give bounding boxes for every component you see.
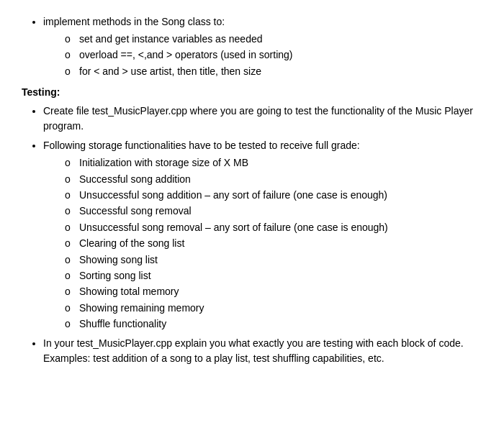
storage-sub-3: Successful song removal — [65, 203, 482, 219]
storage-sub-list: Initialization with storage size of X MB… — [43, 155, 482, 332]
bullet-create-file-text: Create file test_MusicPlayer.cpp where y… — [43, 104, 482, 134]
testing-heading: Testing: — [22, 86, 482, 98]
storage-sub-2: Unsuccessful song addition – any sort of… — [65, 187, 482, 203]
top-bullet-item: implement methods in the Song class to: … — [43, 14, 482, 79]
storage-sub-9: Showing remaining memory — [65, 300, 482, 316]
bullet-storage-text: Following storage functionalities have t… — [43, 138, 482, 153]
storage-sub-8: Showing total memory — [65, 283, 482, 299]
storage-sub-1: Successful song addition — [65, 171, 482, 187]
top-bullet-text: implement methods in the Song class to: — [43, 16, 225, 27]
storage-sub-0: Initialization with storage size of X MB — [65, 155, 482, 170]
storage-sub-5: Clearing of the song list — [65, 235, 482, 251]
sub-item-3: for < and > use artist, then title, then… — [65, 63, 482, 79]
sub-item-3-text: for < and > use artist, then title, then… — [79, 65, 261, 77]
main-content: implement methods in the Song class to: … — [22, 14, 482, 366]
bullet-explain: In your test_MusicPlayer.cpp explain you… — [43, 336, 482, 366]
bullet-create-file: Create file test_MusicPlayer.cpp where y… — [43, 104, 482, 134]
sub-item-2-text: overload ==, <,and > operators (used in … — [79, 49, 293, 60]
sub-item-1-text: set and get instance variables as needed — [79, 33, 263, 45]
storage-sub-7: Sorting song list — [65, 268, 482, 283]
sub-item-1: set and get instance variables as needed — [65, 31, 482, 47]
bullet-explain-text: In your test_MusicPlayer.cpp explain you… — [43, 336, 482, 366]
top-sub-list: set and get instance variables as needed… — [43, 31, 482, 79]
bullet-storage: Following storage functionalities have t… — [43, 138, 482, 332]
top-bullet-list: implement methods in the Song class to: … — [22, 14, 482, 79]
main-bullet-list: Create file test_MusicPlayer.cpp where y… — [22, 104, 482, 366]
storage-sub-4: Unsuccessful song removal – any sort of … — [65, 219, 482, 235]
storage-sub-6: Showing song list — [65, 252, 482, 268]
storage-sub-10: Shuffle functionality — [65, 316, 482, 332]
sub-item-2: overload ==, <,and > operators (used in … — [65, 47, 482, 63]
